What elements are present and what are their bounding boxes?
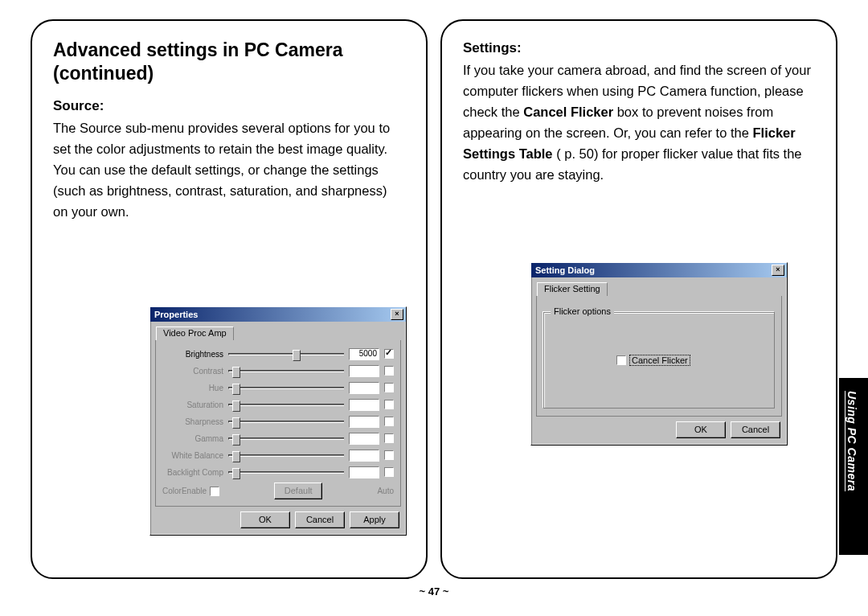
slider-label: Hue: [162, 384, 228, 392]
tab-video-proc-amp[interactable]: Video Proc Amp: [156, 326, 234, 340]
properties-dialog: Properties × Video Proc Amp Brightness50…: [149, 306, 407, 536]
cancel-flicker-row: Cancel Flicker: [616, 355, 690, 366]
ok-button[interactable]: OK: [240, 511, 290, 528]
slider-track: [228, 387, 344, 389]
flicker-group-title: Flicker options: [551, 306, 614, 316]
source-heading: Source:: [53, 98, 405, 114]
colorenable-checkbox[interactable]: [210, 487, 219, 496]
slider-label: Saturation: [162, 400, 228, 409]
slider-thumb: [232, 451, 240, 462]
properties-body: Video Proc Amp Brightness5000ContrastHue…: [150, 322, 406, 535]
cancel-flicker-label: Cancel Flicker: [629, 355, 690, 366]
properties-titlebar[interactable]: Properties ×: [150, 307, 406, 322]
slider-thumb: [232, 367, 240, 378]
section-tab-label: Using PC Camera: [845, 391, 858, 491]
left-column: Advanced settings in PC Camera (continue…: [31, 19, 428, 579]
settings-heading: Settings:: [463, 40, 815, 56]
slider-thumb[interactable]: [293, 350, 301, 361]
slider-value: [349, 466, 379, 478]
two-columns: Advanced settings in PC Camera (continue…: [31, 19, 837, 579]
slider-label: Contrast: [162, 367, 228, 376]
slider-thumb: [232, 417, 240, 429]
slider-track: [228, 454, 344, 457]
default-button[interactable]: Default: [274, 483, 322, 499]
slider-value: 5000: [349, 348, 379, 360]
cancel-button[interactable]: Cancel: [295, 511, 345, 528]
close-icon[interactable]: ×: [772, 265, 784, 276]
slider-value: [349, 365, 379, 377]
slider-row-white-balance: White Balance: [162, 448, 394, 462]
slider-label: Gamma: [162, 434, 228, 443]
slider-row-backlight-comp: Backlight Comp: [162, 465, 394, 479]
slider-thumb: [232, 400, 240, 412]
manual-page: Advanced settings in PC Camera (continue…: [31, 19, 837, 597]
slider-thumb: [232, 468, 240, 479]
slider-row-contrast: Contrast: [162, 363, 394, 378]
slider-auto-checkbox[interactable]: [384, 433, 394, 443]
slider-label: Backlight Comp: [162, 468, 228, 477]
slider-auto-checkbox[interactable]: [384, 417, 394, 426]
slider-row-saturation: Saturation: [162, 397, 394, 412]
slider-thumb: [232, 384, 240, 395]
slider-row-brightness: Brightness5000: [162, 347, 394, 361]
slider-track[interactable]: [228, 353, 344, 355]
page-title: Advanced settings in PC Camera (continue…: [53, 39, 405, 85]
properties-button-row: OK Cancel Apply: [155, 507, 401, 530]
slider-value: [349, 399, 379, 411]
setting-title-text: Setting Dialog: [534, 265, 595, 275]
right-column: Settings: If you take your camera abroad…: [440, 19, 837, 579]
slider-value: [349, 416, 379, 428]
slider-label: Sharpness: [162, 417, 228, 426]
slider-auto-checkbox[interactable]: [384, 349, 394, 359]
cancel-button[interactable]: Cancel: [731, 421, 780, 438]
slider-track: [228, 404, 344, 406]
slider-track: [228, 421, 344, 423]
cancel-flicker-checkbox[interactable]: [616, 355, 626, 365]
slider-value: [349, 450, 379, 462]
slider-track: [228, 471, 344, 474]
slider-track: [228, 370, 344, 372]
flicker-options-group: Flicker options Cancel Flicker: [543, 312, 775, 409]
apply-button[interactable]: Apply: [350, 511, 399, 528]
slider-row-sharpness: Sharpness: [162, 414, 394, 429]
tab-flicker-setting[interactable]: Flicker Setting: [537, 282, 608, 296]
slider-value: [349, 382, 379, 394]
properties-bottom-row: ColorEnable Default Auto: [162, 483, 394, 499]
slider-auto-checkbox[interactable]: [384, 400, 394, 409]
close-icon[interactable]: ×: [391, 309, 403, 320]
section-tab: Using PC Camera: [839, 378, 868, 555]
slider-thumb: [232, 434, 240, 446]
page-number: ~ 47 ~: [31, 585, 837, 598]
settings-paragraph: If you take your camera abroad, and find…: [463, 60, 815, 185]
slider-label: White Balance: [162, 451, 228, 460]
slider-row-hue: Hue: [162, 380, 394, 395]
setting-tab-panel: Flicker Setting Flicker options Cancel F…: [536, 296, 782, 417]
properties-title-text: Properties: [153, 310, 198, 319]
setting-button-row: OK Cancel: [536, 417, 782, 440]
slider-auto-checkbox[interactable]: [384, 450, 394, 460]
slider-value: [349, 433, 379, 445]
slider-label: Brightness: [162, 350, 228, 359]
properties-tab-panel: Video Proc Amp Brightness5000ContrastHue…: [155, 340, 401, 507]
slider-auto-checkbox[interactable]: [384, 383, 394, 392]
slider-track: [228, 437, 344, 440]
source-paragraph: The Source sub-menu provides several opt…: [53, 117, 405, 222]
colorenable-label: ColorEnable: [162, 487, 207, 495]
slider-auto-checkbox[interactable]: [384, 467, 394, 477]
auto-label: Auto: [377, 487, 394, 495]
setting-titlebar[interactable]: Setting Dialog ×: [531, 263, 787, 277]
ok-button[interactable]: OK: [676, 421, 726, 438]
slider-row-gamma: Gamma: [162, 431, 394, 446]
setting-body: Flicker Setting Flicker options Cancel F…: [531, 277, 787, 445]
slider-auto-checkbox[interactable]: [384, 366, 394, 376]
setting-dialog: Setting Dialog × Flicker Setting Flicker…: [530, 262, 788, 446]
